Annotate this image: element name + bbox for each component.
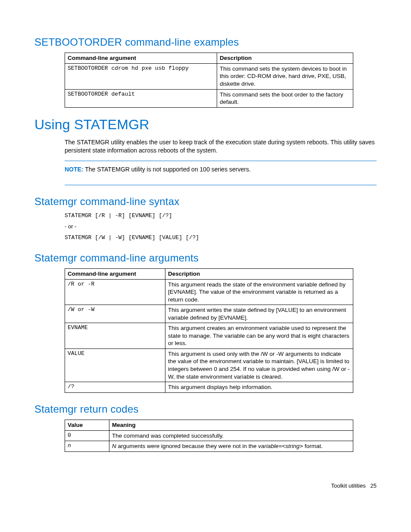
cell-arg: SETBOOTORDER cdrom hd pxe usb floppy: [65, 63, 217, 89]
table-row: VALUE This argument is used only with th…: [65, 348, 353, 382]
table-row: /R or -R This argument reads the state o…: [65, 279, 353, 305]
table-statemgr-return-codes: Value Meaning 0 The command was complete…: [65, 420, 353, 452]
th-desc: Description: [165, 268, 353, 279]
page-footer: Toolkit utilities 25: [34, 482, 377, 490]
cell-arg: /?: [65, 382, 165, 393]
syntax-or: - or -: [65, 223, 377, 230]
table-row: SETBOOTORDER default This command sets t…: [65, 89, 353, 107]
cell-desc: This command sets the system devices to …: [217, 63, 353, 89]
cell-desc: This argument writes the state defined b…: [165, 305, 353, 323]
paragraph-statemgr-intro: The STATEMGR utility enables the user to…: [65, 138, 377, 155]
table-row: n N arguments were ignored because they …: [65, 441, 353, 452]
text-mid: arguments were ignored because they were…: [116, 443, 258, 449]
syntax-line-2: STATEMGR [/W | -W] [EVNAME] [VALUE] [/?]: [65, 234, 377, 242]
heading-statemgr-return-codes: Statemgr return codes: [34, 402, 377, 416]
note-box: NOTE: The STATEMGR utility is not suppor…: [65, 161, 377, 185]
cell-meaning: N arguments were ignored because they we…: [109, 441, 353, 452]
cell-meaning: The command was completed successfully.: [109, 430, 353, 441]
heading-statemgr-arguments: Statemgr command-line arguments: [34, 251, 377, 265]
syntax-code: STATEMGR [/W | -W] [EVNAME] [VALUE] [/?]: [65, 234, 377, 242]
table-setbootorder-examples: Command-line argument Description SETBOO…: [65, 53, 353, 107]
cell-value: n: [65, 441, 109, 452]
table-row: /? This argument displays help informati…: [65, 382, 353, 393]
text-suffix: format.: [303, 443, 323, 449]
syntax-line-1: STATEMGR [/R | -R] [EVNAME] [/?]: [65, 212, 377, 220]
cell-arg: /R or -R: [65, 279, 165, 305]
note-text-body: The STATEMGR utility is not supported on…: [85, 166, 251, 173]
heading-using-statemgr: Using STATEMGR: [34, 115, 377, 134]
table-row: /W or -W This argument writes the state …: [65, 305, 353, 323]
cell-arg: /W or -W: [65, 305, 165, 323]
table-statemgr-arguments: Command-line argument Description /R or …: [65, 268, 353, 393]
table-row: EVNAME This argument creates an environm…: [65, 323, 353, 349]
cell-desc: This argument creates an environment var…: [165, 323, 353, 349]
heading-setbootorder-examples: SETBOOTORDER command-line examples: [34, 35, 377, 49]
cell-arg: VALUE: [65, 348, 165, 382]
th-arg: Command-line argument: [65, 268, 165, 279]
text-italic-var: variable=<string>: [258, 443, 303, 449]
text-italic-n: N: [112, 443, 116, 449]
cell-desc: This argument displays help information.: [165, 382, 353, 393]
th-value: Value: [65, 420, 109, 431]
th-meaning: Meaning: [109, 420, 353, 431]
table-header-row: Command-line argument Description: [65, 53, 353, 64]
table-row: 0 The command was completed successfully…: [65, 430, 353, 441]
th-desc: Description: [217, 53, 353, 64]
cell-arg: EVNAME: [65, 323, 165, 349]
cell-value: 0: [65, 430, 109, 441]
table-header-row: Value Meaning: [65, 420, 353, 431]
syntax-code: STATEMGR [/R | -R] [EVNAME] [/?]: [65, 212, 377, 220]
cell-desc: This argument is used only with the /W o…: [165, 348, 353, 382]
cell-arg: SETBOOTORDER default: [65, 89, 217, 107]
th-arg: Command-line argument: [65, 53, 217, 64]
table-row: SETBOOTORDER cdrom hd pxe usb floppy Thi…: [65, 63, 353, 89]
footer-label: Toolkit utilities: [331, 482, 365, 489]
heading-statemgr-syntax: Statemgr command-line syntax: [34, 195, 377, 208]
table-header-row: Command-line argument Description: [65, 268, 353, 279]
cell-desc: This command sets the boot order to the …: [217, 89, 353, 107]
footer-page: 25: [371, 482, 377, 489]
cell-desc: This argument reads the state of the env…: [165, 279, 353, 305]
note-label: NOTE:: [65, 166, 84, 173]
